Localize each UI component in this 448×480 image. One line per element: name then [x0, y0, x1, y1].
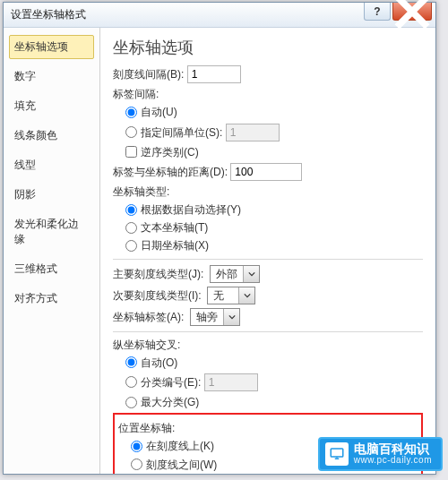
label-distance-input[interactable]: [230, 163, 302, 181]
titlebar-buttons: ?: [362, 3, 432, 21]
vcross-cat-input: [204, 373, 258, 391]
minor-tick-value: 无: [208, 288, 238, 303]
watermark-url: www.pc-daily.com: [354, 456, 432, 466]
major-tick-row: 主要刻度线类型(J): 外部: [113, 265, 423, 283]
dialog-body: 坐标轴选项 数字 填充 线条颜色 线型 阴影 发光和柔化边缘 三维格式 对齐方式…: [4, 28, 435, 474]
reverse-label: 逆序类别(C): [141, 145, 199, 159]
minor-tick-select[interactable]: 无: [207, 287, 255, 304]
sidebar-item-label: 对齐方式: [14, 292, 57, 304]
svg-rect-2: [336, 457, 338, 459]
position-between-radio[interactable]: [131, 459, 142, 470]
sidebar-item-label: 线条颜色: [14, 129, 57, 141]
svg-rect-1: [334, 459, 339, 460]
sidebar-item-label: 三维格式: [14, 262, 57, 275]
tick-interval-label: 刻度线间隔(B):: [113, 67, 184, 81]
watermark-logo: [325, 442, 349, 466]
close-button[interactable]: [392, 3, 432, 21]
watermark-text: 电脑百科知识 www.pc-daily.com: [354, 442, 432, 465]
sidebar-item-number[interactable]: 数字: [9, 64, 94, 89]
major-tick-value: 外部: [211, 267, 243, 281]
label-interval-specify-radio[interactable]: [125, 126, 137, 138]
reverse-row: 逆序类别(C): [125, 145, 423, 159]
sidebar-item-label: 数字: [14, 70, 36, 82]
label-interval-auto-label: 自动(U): [141, 105, 177, 119]
sidebar-item-alignment[interactable]: 对齐方式: [9, 287, 94, 311]
vcross-auto-label: 自动(O): [141, 356, 177, 370]
position-row: 位置坐标轴:: [118, 421, 418, 435]
tick-interval-input[interactable]: [187, 65, 241, 83]
position-on-tick-radio[interactable]: [131, 441, 142, 452]
divider: [113, 331, 423, 332]
label-interval-row: 标签间隔:: [113, 87, 423, 101]
divider: [113, 259, 423, 260]
axis-type-text-radio[interactable]: [125, 222, 137, 234]
vcross-auto-radio[interactable]: [125, 356, 137, 368]
label-interval-specify-input: [226, 124, 280, 141]
sidebar-item-line-style[interactable]: 线型: [9, 153, 94, 177]
section-heading: 坐标轴选项: [113, 37, 423, 58]
vcross-max-label: 最大分类(G): [141, 395, 199, 409]
reverse-checkbox[interactable]: [125, 146, 137, 158]
axis-type-label: 坐标轴类型:: [113, 184, 169, 199]
axis-type-date-radio[interactable]: [125, 240, 137, 252]
major-tick-label: 主要刻度线类型(J):: [113, 267, 203, 281]
svg-rect-0: [331, 449, 343, 457]
chevron-down-icon: [243, 266, 259, 282]
sidebar-item-line-color[interactable]: 线条颜色: [9, 124, 94, 148]
axis-type-auto-radio[interactable]: [125, 204, 137, 216]
axis-type-text-row: 文本坐标轴(T): [125, 220, 423, 235]
position-between-label: 刻度线之间(W): [146, 458, 217, 472]
content-panel: 坐标轴选项 刻度线间隔(B): 标签间隔: 自动(U) 指定间隔单位(S): 逆…: [100, 28, 435, 474]
axis-type-auto-row: 根据数据自动选择(Y): [125, 202, 423, 217]
sidebar-item-axis-options[interactable]: 坐标轴选项: [9, 35, 94, 59]
sidebar-item-label: 坐标轴选项: [14, 40, 68, 53]
chevron-down-icon: [223, 309, 239, 325]
minor-tick-label: 次要刻度线类型(I):: [113, 288, 202, 303]
vcross-cat-label: 分类编号(E):: [141, 375, 201, 390]
axis-type-auto-label: 根据数据自动选择(Y): [141, 202, 241, 217]
tick-interval-row: 刻度线间隔(B):: [113, 65, 423, 83]
monitor-icon: [329, 446, 345, 462]
vcross-max-radio[interactable]: [125, 397, 137, 408]
label-interval-auto-radio[interactable]: [125, 107, 137, 118]
axis-labels-label: 坐标轴标签(A):: [113, 310, 184, 324]
titlebar[interactable]: 设置坐标轴格式 ?: [4, 3, 435, 28]
sidebar: 坐标轴选项 数字 填充 线条颜色 线型 阴影 发光和柔化边缘 三维格式 对齐方式: [4, 28, 100, 474]
sidebar-item-fill[interactable]: 填充: [9, 94, 94, 118]
chevron-down-icon: [238, 287, 254, 304]
vcross-cat-row: 分类编号(E):: [125, 373, 423, 391]
watermark: 电脑百科知识 www.pc-daily.com: [318, 437, 443, 471]
dialog-title: 设置坐标轴格式: [11, 7, 86, 22]
sidebar-item-3d-format[interactable]: 三维格式: [9, 257, 94, 281]
label-distance-label: 标签与坐标轴的距离(D):: [113, 165, 228, 179]
close-icon: [393, 0, 431, 30]
label-interval-specify-row: 指定间隔单位(S):: [125, 124, 423, 141]
minor-tick-row: 次要刻度线类型(I): 无: [113, 287, 423, 304]
sidebar-item-label: 填充: [14, 99, 36, 112]
axis-type-row: 坐标轴类型:: [113, 184, 423, 199]
vcross-label: 纵坐标轴交叉:: [113, 338, 180, 352]
axis-labels-select[interactable]: 轴旁: [190, 308, 240, 326]
sidebar-item-label: 阴影: [14, 188, 36, 201]
vcross-auto-row: 自动(O): [125, 356, 423, 370]
sidebar-item-label: 发光和柔化边缘: [14, 218, 79, 245]
sidebar-item-glow[interactable]: 发光和柔化边缘: [9, 212, 94, 252]
sidebar-item-shadow[interactable]: 阴影: [9, 183, 94, 207]
position-label: 位置坐标轴:: [118, 421, 175, 435]
vcross-cat-radio[interactable]: [125, 376, 137, 388]
axis-labels-value: 轴旁: [191, 310, 223, 324]
vcross-row: 纵坐标轴交叉:: [113, 338, 423, 352]
label-distance-row: 标签与坐标轴的距离(D):: [113, 163, 423, 181]
major-tick-select[interactable]: 外部: [210, 265, 260, 283]
position-on-tick-label: 在刻度线上(K): [146, 439, 214, 453]
axis-type-date-label: 日期坐标轴(X): [141, 238, 209, 253]
sidebar-item-label: 线型: [14, 159, 36, 171]
axis-type-text-label: 文本坐标轴(T): [141, 220, 208, 235]
label-interval-specify-label: 指定间隔单位(S):: [141, 125, 222, 140]
axis-labels-row: 坐标轴标签(A): 轴旁: [113, 308, 423, 326]
label-interval-auto-row: 自动(U): [125, 105, 423, 119]
label-interval-label: 标签间隔:: [113, 87, 159, 101]
help-button[interactable]: ?: [364, 3, 391, 21]
dialog-window: 设置坐标轴格式 ? 坐标轴选项 数字 填充 线条颜色 线型 阴影 发光和柔化边缘…: [3, 2, 436, 475]
watermark-title: 电脑百科知识: [354, 442, 432, 456]
